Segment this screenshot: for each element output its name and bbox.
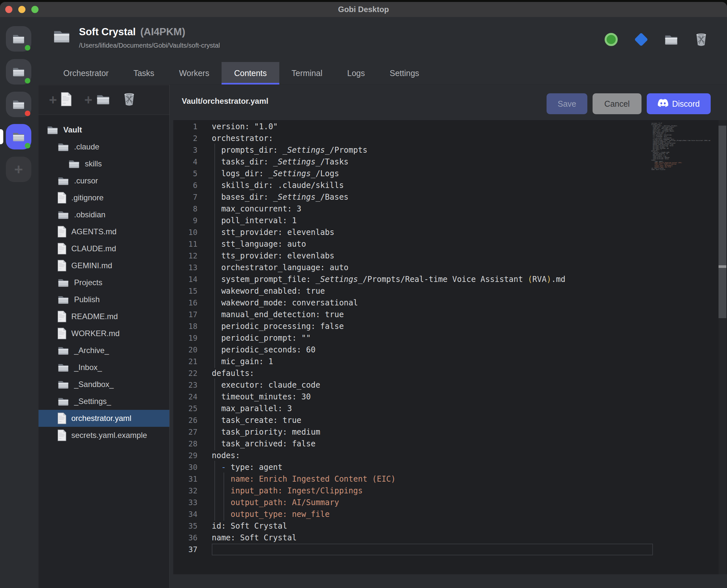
code-line-11[interactable]: 11 stt_language: auto	[173, 238, 652, 250]
scrollbar-track[interactable]	[719, 120, 726, 574]
code-line-13[interactable]: 13 orchestrator_language: auto	[173, 262, 652, 273]
tree-item-agents-md[interactable]: AGENTS.md	[39, 223, 169, 240]
tree-item-claude-md[interactable]: CLAUDE.md	[39, 240, 169, 257]
code-line-10[interactable]: 10 stt_provider: elevenlabs	[173, 227, 652, 238]
code-line-17[interactable]: 17 manual_end_detection: true	[173, 309, 652, 320]
code-line-37[interactable]: 37	[173, 544, 652, 555]
workspace-tag: (AI4PKM)	[140, 26, 185, 38]
code-line-25[interactable]: 25 max_parallel: 3	[173, 403, 652, 414]
tree-item--obsidian[interactable]: .obsidian	[39, 206, 169, 223]
line-number: 25	[173, 404, 197, 413]
discord-button[interactable]: Discord	[647, 93, 711, 114]
code-line-34[interactable]: 34 output_type: new_file	[173, 508, 652, 520]
tree-item-projects[interactable]: Projects	[39, 274, 169, 291]
tree-item-secrets-yaml-example[interactable]: secrets.yaml.example	[39, 427, 169, 444]
code-line-4[interactable]: 4 tasks_dir: _Settings_/Tasks	[173, 156, 652, 168]
indent-guide	[214, 144, 215, 156]
tree-item--sandbox-[interactable]: _Sandbox_	[39, 376, 169, 393]
code-line-15[interactable]: 15 wakeword_enabled: true	[173, 285, 652, 297]
trash-icon[interactable]	[694, 32, 709, 47]
tree-item-publish[interactable]: Publish	[39, 291, 169, 308]
tree-item-vault[interactable]: Vault	[39, 121, 169, 138]
yaml-editor[interactable]: 1version: "1.0"2orchestrator:3 prompts_d…	[173, 120, 727, 574]
code-line-8[interactable]: 8 max_concurrent: 3	[173, 203, 652, 215]
code-line-22[interactable]: 22defaults:	[173, 368, 652, 379]
line-number: 26	[173, 416, 197, 424]
code-line-26[interactable]: 26 task_create: true	[173, 414, 652, 426]
tree-item-readme-md[interactable]: README.md	[39, 308, 169, 325]
tree-item--cursor[interactable]: .cursor	[39, 172, 169, 189]
code-line-24[interactable]: 24 timeout_minutes: 30	[173, 391, 652, 403]
code-area[interactable]: 1version: "1.0"2orchestrator:3 prompts_d…	[173, 121, 652, 555]
save-button[interactable]: Save	[547, 93, 587, 114]
code-line-18[interactable]: 18 periodic_processing: false	[173, 320, 652, 332]
tree-item-label: orchestrator.yaml	[71, 414, 131, 423]
tree-item--inbox-[interactable]: _Inbox_	[39, 359, 169, 376]
tree-item--claude[interactable]: .claude	[39, 138, 169, 155]
line-number: 19	[173, 334, 197, 342]
tree-item-gemini-md[interactable]: GEMINI.md	[39, 257, 169, 274]
code-line-20[interactable]: 20 periodic_seconds: 60	[173, 344, 652, 356]
folder-icon[interactable]	[664, 32, 679, 47]
code-line-23[interactable]: 23 executor: claude_code	[173, 379, 652, 391]
tab-settings[interactable]: Settings	[377, 62, 431, 85]
code-line-30[interactable]: 30 - type: agent	[173, 461, 652, 473]
code-line-31[interactable]: 31 name: Enrich Ingested Content (EIC)	[173, 473, 652, 485]
open-file-path: Vault/orchestrator.yaml	[182, 97, 268, 106]
tree-item--settings-[interactable]: _Settings_	[39, 393, 169, 410]
tab-orchestrator[interactable]: Orchestrator	[51, 62, 121, 85]
code-segment: -	[221, 463, 231, 472]
code-line-2[interactable]: 2orchestrator:	[173, 132, 652, 144]
tab-contents[interactable]: Contents	[221, 62, 279, 85]
tree-item-orchestrator-yaml[interactable]: orchestrator.yaml	[39, 410, 169, 427]
tree-item-label: .claude	[74, 142, 99, 151]
tree-item-label: CLAUDE.md	[71, 244, 116, 253]
code-line-5[interactable]: 5 logs_dir: _Settings_/Logs	[173, 168, 652, 180]
code-line-12[interactable]: 12 tts_provider: elevenlabs	[173, 250, 652, 262]
scrollbar-thumb[interactable]	[719, 126, 726, 318]
tree-item-worker-md[interactable]: WORKER.md	[39, 325, 169, 342]
code-line-7[interactable]: 7 bases_dir: _Settings_/Bases	[173, 191, 652, 203]
workspace-item-4[interactable]	[6, 124, 31, 149]
zoom-button[interactable]	[31, 6, 39, 13]
tree-item-skills[interactable]: skills	[39, 155, 169, 172]
tab-tasks[interactable]: Tasks	[121, 62, 167, 85]
minimap[interactable]: version: "1.0"orchestrator: prompts_dir:…	[651, 123, 715, 172]
workspace-item-3[interactable]	[6, 92, 31, 117]
new-folder-button[interactable]: +	[85, 93, 111, 107]
code-line-19[interactable]: 19 periodic_prompt: ""	[173, 332, 652, 344]
minimize-button[interactable]	[18, 6, 25, 13]
green-status-icon[interactable]	[604, 32, 619, 47]
vault-title: Soft Crystal(AI4PKM)	[79, 26, 185, 38]
code-line-35[interactable]: 35id: Soft Crystal	[173, 520, 652, 532]
blue-diamond-icon[interactable]	[634, 32, 649, 47]
code-line-1[interactable]: 1version: "1.0"	[173, 121, 652, 132]
code-line-28[interactable]: 28 task_archived: false	[173, 438, 652, 450]
code-line-6[interactable]: 6 skills_dir: .claude/skills	[173, 180, 652, 191]
new-file-button[interactable]: +	[49, 92, 72, 108]
code-line-14[interactable]: 14 system_prompt_file: _Settings_/Prompt…	[173, 273, 652, 285]
tab-terminal[interactable]: Terminal	[279, 62, 335, 85]
code-line-9[interactable]: 9 poll_interval: 1	[173, 215, 652, 227]
tree-item--archive-[interactable]: _Archive_	[39, 342, 169, 359]
workspace-item-2[interactable]	[6, 59, 31, 85]
code-line-29[interactable]: 29nodes:	[173, 450, 652, 461]
tree-item--gitignore[interactable]: .gitignore	[39, 189, 169, 206]
tab-workers[interactable]: Workers	[167, 62, 222, 85]
tab-logs[interactable]: Logs	[335, 62, 377, 85]
workspace-item-1[interactable]	[6, 26, 31, 51]
code-line-33[interactable]: 33 output_path: AI/Summary	[173, 497, 652, 508]
status-dot-green	[25, 45, 30, 50]
code-line-36[interactable]: 36name: Soft Crystal	[173, 532, 652, 544]
code-line-16[interactable]: 16 wakeword_mode: conversational	[173, 297, 652, 309]
code-line-27[interactable]: 27 task_priority: medium	[173, 426, 652, 438]
code-line-3[interactable]: 3 prompts_dir: _Settings_/Prompts	[173, 144, 652, 156]
close-button[interactable]	[5, 6, 13, 13]
delete-button[interactable]	[123, 92, 135, 107]
code-segment: _Settings_	[283, 146, 330, 155]
code-line-21[interactable]: 21 mic_gain: 1	[173, 356, 652, 368]
cancel-button[interactable]: Cancel	[593, 93, 642, 114]
add-workspace-button[interactable]: +	[6, 156, 31, 182]
line-number: 21	[173, 357, 197, 366]
code-line-32[interactable]: 32 input_path: Ingest/Clippings	[173, 485, 652, 497]
